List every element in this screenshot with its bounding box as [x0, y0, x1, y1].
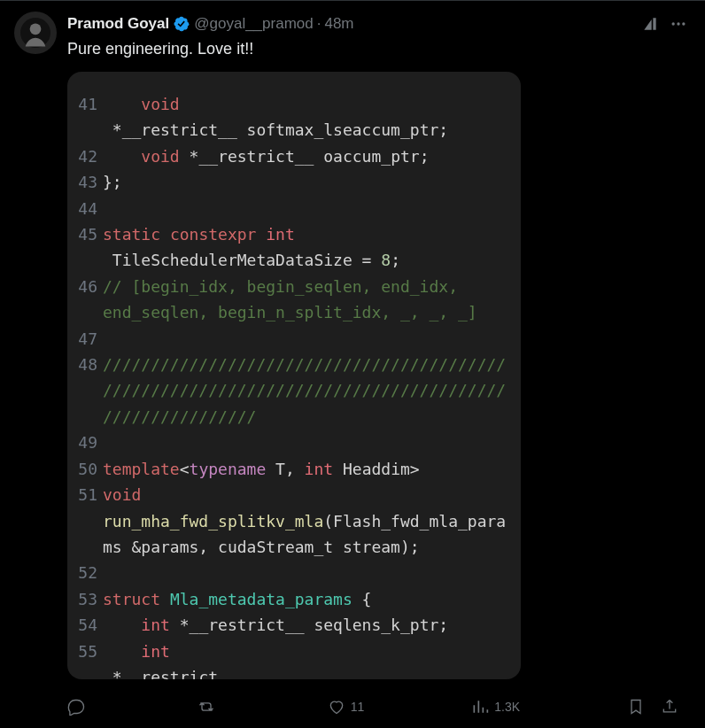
retweet-button[interactable] — [198, 698, 221, 716]
line-number: 48 — [67, 352, 97, 430]
tweet-main: Pramod Goyal @goyal__pramod · 48m Pure e… — [67, 12, 691, 723]
line-number: 49 — [67, 430, 97, 455]
line-number: 47 — [67, 326, 97, 352]
bookmark-button[interactable] — [627, 698, 645, 716]
more-icon[interactable] — [666, 12, 691, 36]
view-count: 1.3K — [494, 700, 520, 714]
tweet-header: Pramod Goyal @goyal__pramod · 48m — [67, 12, 691, 36]
line-number: 51 — [67, 482, 97, 560]
line-number: 42 — [67, 143, 97, 169]
code-line: void — [103, 91, 521, 117]
line-number: 41 — [67, 91, 97, 117]
code-line — [103, 326, 521, 352]
code-line: int *__restrict__ seqlens_k_ptr; — [103, 612, 521, 638]
avatar-column — [14, 12, 57, 723]
code-line: void run_mha_fwd_splitkv_mla(Flash_fwd_m… — [103, 482, 521, 560]
tweet-actions: 11 1.3K — [67, 693, 678, 723]
like-count: 11 — [351, 700, 365, 714]
bookmark-icon — [627, 698, 645, 716]
separator-dot: · — [317, 15, 322, 33]
code-line: }; — [103, 169, 521, 195]
code-line: // [begin_idx, begin_seqlen, end_idx, en… — [103, 274, 521, 326]
svg-point-4 — [682, 22, 685, 25]
heart-icon — [328, 698, 345, 716]
avatar-image — [20, 18, 50, 48]
share-button[interactable] — [661, 698, 678, 716]
code-line: *__restrict__ tile_scheduler_metadata_pt… — [103, 664, 521, 679]
code-line: void *__restrict__ oaccum_ptr; — [103, 143, 521, 169]
line-number — [67, 664, 97, 679]
tweet[interactable]: Pramod Goyal @goyal__pramod · 48m Pure e… — [0, 0, 705, 728]
line-number: 46 — [67, 274, 97, 326]
retweet-icon — [198, 698, 215, 716]
code-block: 41 void *__restrict__ softmax_lseaccum_p… — [67, 91, 521, 679]
line-number: 45 — [67, 221, 97, 247]
reply-icon — [67, 698, 85, 716]
svg-point-3 — [677, 22, 679, 25]
code-line — [103, 560, 521, 585]
line-number — [67, 247, 97, 273]
line-number: 43 — [67, 169, 97, 195]
svg-point-1 — [30, 23, 42, 35]
line-number: 53 — [67, 586, 97, 612]
timestamp[interactable]: 48m — [324, 15, 353, 33]
code-line — [103, 196, 521, 221]
code-line: *__restrict__ softmax_lseaccum_ptr; — [103, 117, 521, 143]
reply-button[interactable] — [67, 698, 90, 716]
line-number: 44 — [67, 196, 97, 221]
verified-badge-icon — [173, 15, 190, 33]
like-button[interactable]: 11 — [328, 698, 365, 716]
line-number: 52 — [67, 560, 97, 585]
line-number: 54 — [67, 612, 97, 638]
code-line: TileSchedulerMetaDataSize = 8; — [103, 247, 521, 273]
code-line: template<typename T, int Headdim> — [103, 456, 521, 482]
line-number: 50 — [67, 456, 97, 482]
user-handle[interactable]: @goyal__pramod — [194, 15, 313, 33]
avatar[interactable] — [14, 12, 57, 54]
line-number — [67, 117, 97, 143]
views-button[interactable]: 1.3K — [471, 698, 520, 716]
code-line: struct Mla_metadata_params { — [103, 586, 521, 612]
code-line: int — [103, 639, 521, 664]
line-number: 55 — [67, 639, 97, 664]
svg-point-2 — [672, 22, 675, 25]
share-icon — [661, 698, 678, 716]
code-line: ////////////////////////////////////////… — [103, 352, 521, 430]
grok-icon[interactable] — [638, 12, 662, 36]
code-line: static constexpr int — [103, 221, 521, 247]
views-icon — [471, 698, 489, 716]
display-name[interactable]: Pramod Goyal — [67, 15, 169, 33]
code-line — [103, 430, 521, 455]
code-screenshot[interactable]: 41 void *__restrict__ softmax_lseaccum_p… — [67, 72, 521, 679]
tweet-text: Pure engineering. Love it!! — [67, 38, 691, 59]
